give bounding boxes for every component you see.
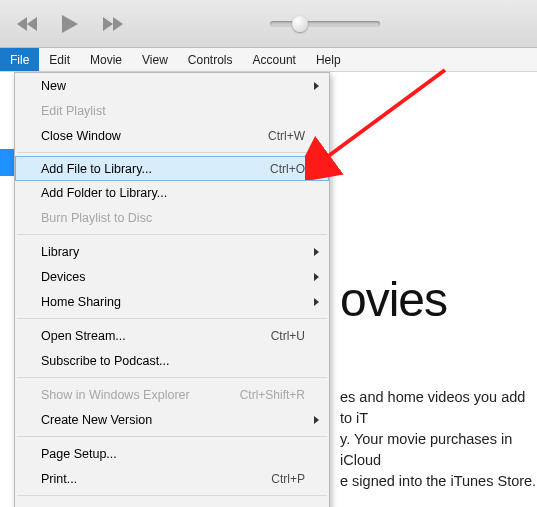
menu-item-subscribe-podcast[interactable]: Subscribe to Podcast... (15, 348, 329, 373)
menu-item-label: Create New Version (41, 413, 305, 427)
menu-item-create-new-version[interactable]: Create New Version (15, 407, 329, 432)
menu-item-label: Add File to Library... (41, 162, 270, 176)
menu-item-label: Devices (41, 270, 305, 284)
volume-thumb[interactable] (292, 16, 308, 32)
sidebar-selection-indicator (0, 149, 14, 176)
menu-help[interactable]: Help (306, 48, 351, 71)
menu-edit[interactable]: Edit (39, 48, 80, 71)
menu-item-close-window[interactable]: Close Window Ctrl+W (15, 123, 329, 148)
menu-account[interactable]: Account (243, 48, 306, 71)
menu-item-shortcut: Ctrl+P (271, 472, 305, 486)
menu-item-home-sharing[interactable]: Home Sharing (15, 289, 329, 314)
page-description: es and home videos you add to iT y. Your… (340, 387, 537, 492)
submenu-arrow-icon (314, 248, 319, 256)
menu-item-add-file-to-library[interactable]: Add File to Library... Ctrl+O (15, 156, 329, 181)
submenu-arrow-icon (314, 298, 319, 306)
menu-item-burn-playlist: Burn Playlist to Disc (15, 205, 329, 230)
menu-item-shortcut: Ctrl+U (271, 329, 305, 343)
menu-item-label: Home Sharing (41, 295, 305, 309)
menu-item-devices[interactable]: Devices (15, 264, 329, 289)
menu-item-shortcut: Ctrl+W (268, 129, 305, 143)
menu-controls[interactable]: Controls (178, 48, 243, 71)
menu-item-label: Print... (41, 472, 271, 486)
menu-movie[interactable]: Movie (80, 48, 132, 71)
menu-item-label: Subscribe to Podcast... (41, 354, 305, 368)
submenu-arrow-icon (314, 82, 319, 90)
menu-item-label: Open Stream... (41, 329, 271, 343)
menu-view[interactable]: View (132, 48, 178, 71)
submenu-arrow-icon (314, 273, 319, 281)
menu-item-new[interactable]: New (15, 73, 329, 98)
menu-item-print[interactable]: Print... Ctrl+P (15, 466, 329, 491)
menu-bar: File Edit Movie View Controls Account He… (0, 48, 537, 72)
submenu-arrow-icon (314, 416, 319, 424)
desc-line: y. Your movie purchases in iCloud (340, 431, 512, 468)
menu-item-library[interactable]: Library (15, 239, 329, 264)
menu-file[interactable]: File (0, 48, 39, 71)
menu-separator (17, 234, 327, 235)
menu-item-label: New (41, 79, 305, 93)
desc-line: e signed into the iTunes Store. (340, 473, 536, 489)
menu-item-open-stream[interactable]: Open Stream... Ctrl+U (15, 323, 329, 348)
menu-item-add-folder-to-library[interactable]: Add Folder to Library... (15, 180, 329, 205)
volume-slider[interactable] (270, 21, 380, 27)
menu-separator (17, 436, 327, 437)
previous-track-button[interactable] (14, 10, 42, 38)
page-title: ovies (340, 272, 537, 327)
menu-separator (17, 318, 327, 319)
play-button[interactable] (56, 10, 84, 38)
menu-separator (17, 152, 327, 153)
menu-item-label: Close Window (41, 129, 268, 143)
menu-item-show-in-explorer: Show in Windows Explorer Ctrl+Shift+R (15, 382, 329, 407)
next-track-button[interactable] (98, 10, 126, 38)
playback-toolbar (0, 0, 537, 48)
menu-separator (17, 495, 327, 496)
menu-item-edit-playlist: Edit Playlist (15, 98, 329, 123)
menu-item-label: Show in Windows Explorer (41, 388, 240, 402)
menu-item-label: Burn Playlist to Disc (41, 211, 305, 225)
file-menu-dropdown: New Edit Playlist Close Window Ctrl+W Ad… (14, 72, 330, 507)
menu-separator (17, 377, 327, 378)
menu-item-label: Library (41, 245, 305, 259)
menu-item-label: Add Folder to Library... (41, 186, 305, 200)
menu-item-exit[interactable]: Exit (15, 500, 329, 507)
menu-item-shortcut: Ctrl+O (270, 162, 305, 176)
menu-item-label: Page Setup... (41, 447, 305, 461)
menu-item-label: Edit Playlist (41, 104, 305, 118)
menu-item-shortcut: Ctrl+Shift+R (240, 388, 305, 402)
desc-line: es and home videos you add to iT (340, 389, 525, 426)
menu-item-page-setup[interactable]: Page Setup... (15, 441, 329, 466)
